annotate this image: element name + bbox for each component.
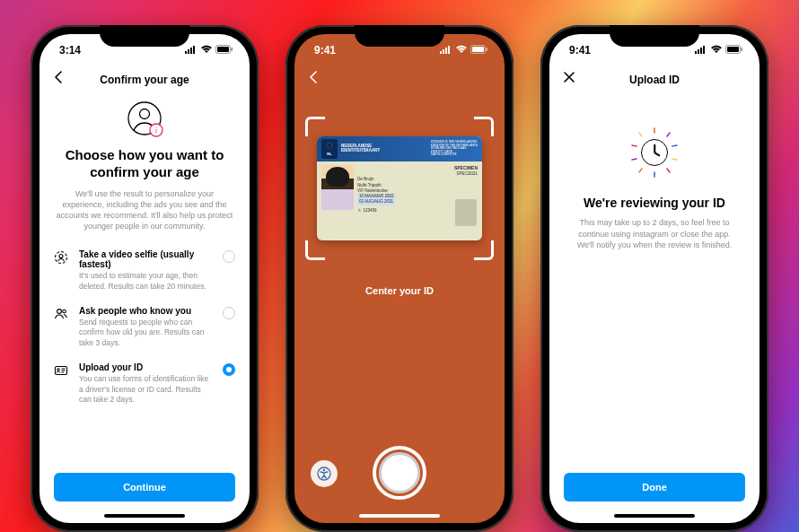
option-ask-people[interactable]: Ask people who know you Send requests to… xyxy=(54,301,235,357)
svg-rect-36 xyxy=(742,48,743,51)
nav-bar: Confirm your age xyxy=(40,66,250,93)
svg-rect-21 xyxy=(443,49,444,54)
svg-line-43 xyxy=(639,169,642,172)
clock-review-icon xyxy=(628,126,681,179)
svg-rect-2 xyxy=(190,48,192,54)
svg-point-16 xyxy=(57,369,60,371)
svg-rect-23 xyxy=(448,46,450,54)
scan-corner-icon xyxy=(305,240,325,260)
id-specimen: SPECIMEN xyxy=(357,165,478,171)
svg-line-46 xyxy=(639,133,642,136)
wifi-icon xyxy=(710,44,723,57)
eu-flag-icon: NL xyxy=(321,139,338,159)
people-icon xyxy=(54,306,70,325)
phone-notch xyxy=(100,25,189,47)
svg-rect-1 xyxy=(188,49,189,54)
option-desc: It's used to estimate your age, then del… xyxy=(79,271,214,292)
battery-icon xyxy=(470,44,488,57)
id-ghost-photo xyxy=(455,199,477,226)
option-video-selfie[interactable]: Take a video selfie (usually fastest) It… xyxy=(54,244,235,301)
svg-line-45 xyxy=(632,145,637,146)
home-indicator[interactable] xyxy=(614,514,695,518)
scan-corner-icon xyxy=(305,117,325,136)
review-subtext: This may take up to 2 days, so feel free… xyxy=(564,217,745,251)
svg-rect-20 xyxy=(440,51,442,54)
svg-rect-22 xyxy=(445,48,447,54)
svg-point-12 xyxy=(59,255,63,258)
id-expiry: 02 AUG/AUG 2031 xyxy=(357,199,395,205)
svg-rect-26 xyxy=(487,48,488,51)
id-card-type2: CARTE D'IDENTITÉ xyxy=(431,153,478,157)
shutter-button[interactable] xyxy=(376,449,423,496)
option-desc: You can use forms of identification like… xyxy=(79,374,214,405)
id-doc-type: IDENTITEITSKAART xyxy=(341,149,380,153)
wifi-icon xyxy=(200,44,213,57)
svg-point-29 xyxy=(323,469,325,471)
svg-rect-31 xyxy=(698,49,699,54)
svg-line-40 xyxy=(672,159,677,160)
option-title: Upload your ID xyxy=(79,362,214,372)
svg-point-14 xyxy=(63,310,66,313)
wifi-icon xyxy=(455,44,468,57)
phone-confirm-age: 3:14 Confirm your age i Choose how xyxy=(31,25,259,532)
status-time: 9:41 xyxy=(314,44,356,57)
phone-reviewing: 9:41 Upload ID xyxy=(540,25,768,532)
svg-rect-30 xyxy=(695,51,697,54)
status-time: 3:14 xyxy=(59,44,101,57)
home-indicator[interactable] xyxy=(359,514,440,518)
svg-rect-0 xyxy=(185,51,187,54)
option-desc: Send requests to people who can confirm … xyxy=(79,318,214,348)
svg-line-41 xyxy=(667,169,670,172)
svg-rect-33 xyxy=(703,46,705,54)
done-button[interactable]: Done xyxy=(564,473,745,501)
svg-point-13 xyxy=(57,310,62,314)
svg-rect-32 xyxy=(700,48,702,54)
svg-point-8 xyxy=(140,109,150,119)
option-upload-id[interactable]: Upload your ID You can use forms of iden… xyxy=(54,357,235,414)
phone-notch xyxy=(610,25,699,47)
page-heading: Choose how you want to confirm your age xyxy=(54,147,235,181)
phone-scan-id: 9:41 NL xyxy=(285,25,514,532)
id-card-icon xyxy=(54,362,70,381)
option-title: Ask people who know you xyxy=(79,306,214,316)
cellular-signal-icon xyxy=(695,44,707,57)
close-icon[interactable] xyxy=(562,70,576,88)
svg-line-38 xyxy=(667,133,670,136)
nav-bar: Upload ID xyxy=(549,66,759,93)
battery-icon xyxy=(725,44,743,57)
accessibility-button[interactable] xyxy=(311,460,338,487)
svg-rect-35 xyxy=(727,47,739,52)
phone-notch xyxy=(355,25,444,47)
scan-corner-icon xyxy=(474,240,494,260)
cellular-signal-icon xyxy=(440,44,452,57)
battery-icon xyxy=(215,44,233,57)
id-number: 123456 xyxy=(364,208,377,213)
nav-bar xyxy=(294,66,505,90)
back-icon[interactable] xyxy=(307,70,321,88)
radio-unselected[interactable] xyxy=(223,250,235,263)
cellular-signal-icon xyxy=(185,44,198,57)
page-subtext: We'll use the result to personalize your… xyxy=(54,188,235,232)
svg-rect-5 xyxy=(217,47,229,52)
scan-frame: NL NEDERLANDSE IDENTITEITSKAART KONINKRI… xyxy=(305,117,494,260)
nav-title: Upload ID xyxy=(629,74,680,86)
id-card-preview: NL NEDERLANDSE IDENTITEITSKAART KONINKRI… xyxy=(317,136,482,240)
selfie-icon xyxy=(54,249,70,268)
nav-title: Confirm your age xyxy=(100,74,189,86)
home-indicator[interactable] xyxy=(104,514,185,518)
radio-selected[interactable] xyxy=(223,363,235,376)
svg-line-44 xyxy=(632,159,637,160)
review-heading: We're reviewing your ID xyxy=(564,196,745,210)
radio-unselected[interactable] xyxy=(223,307,235,319)
back-icon[interactable] xyxy=(52,70,66,88)
status-time: 9:41 xyxy=(569,44,610,57)
svg-rect-15 xyxy=(56,367,67,375)
svg-rect-6 xyxy=(232,48,233,51)
svg-rect-3 xyxy=(193,46,195,54)
continue-button[interactable]: Continue xyxy=(54,473,235,501)
scan-instruction: Center your ID xyxy=(294,285,505,296)
profile-info-icon: i xyxy=(125,99,164,138)
scan-corner-icon xyxy=(474,117,494,136)
svg-point-27 xyxy=(327,143,332,148)
option-title: Take a video selfie (usually fastest) xyxy=(79,249,214,269)
